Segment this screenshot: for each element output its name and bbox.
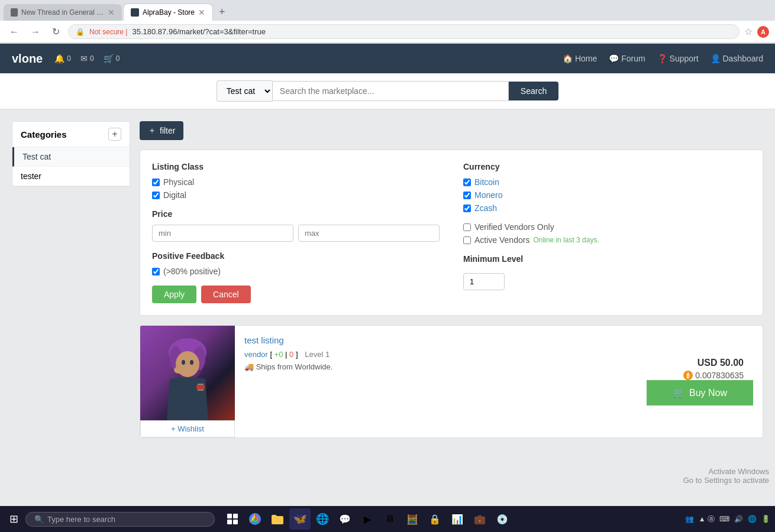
sidebar-item-testcat[interactable]: Test cat [12, 147, 130, 167]
currency-section: Currency Bitcoin Monero Zcash [463, 162, 751, 213]
vendor-level: Level 1 [305, 350, 330, 359]
sidebar-item-label-tester: tester [21, 171, 41, 181]
physical-checkbox[interactable]: Physical [152, 177, 440, 187]
filter-toggle-button[interactable]: ＋ filter [140, 121, 183, 140]
price-btc-value: 0.007830635 [695, 371, 744, 380]
monero-checkbox-input[interactable] [463, 192, 471, 199]
feedback-checkbox-input[interactable] [152, 268, 160, 275]
add-category-button[interactable]: + [108, 128, 121, 141]
digital-checkbox[interactable]: Digital [152, 190, 440, 200]
cancel-button[interactable]: Cancel [201, 286, 251, 303]
nav-support-link[interactable]: ❓ Support [657, 54, 699, 63]
verified-vendors-input[interactable] [463, 223, 471, 231]
reload-button[interactable]: ↻ [49, 25, 63, 38]
svg-point-8 [174, 366, 183, 374]
bitcoin-label: Bitcoin [474, 177, 499, 187]
search-bar: Test cat Search [0, 73, 775, 109]
message-count: 0 [90, 54, 94, 63]
search-input[interactable] [272, 81, 509, 101]
verified-vendors-label: Verified Vendors Only [474, 222, 554, 232]
tab-close-2[interactable]: ✕ [198, 8, 205, 17]
truck-icon: 🚚 [244, 362, 256, 371]
listing-title[interactable]: test listing [244, 335, 628, 345]
mail-icon: ✉ [80, 54, 88, 63]
cart-icon[interactable]: 🛒 0 [104, 54, 120, 63]
nav-right: 🏠 Home 💬 Forum ❓ Support 👤 Dashboard [563, 54, 763, 63]
sidebar-item-tester[interactable]: tester [12, 167, 130, 186]
active-vendors-online-text: Online in last 3 days. [533, 236, 599, 244]
top-nav: vlone 🔔 0 ✉ 0 🛒 0 🏠 Home 💬 Forum ❓ Suppo… [0, 44, 775, 73]
ships-from-text: Ships from Worldwide. [256, 362, 333, 371]
url-text: 35.180.87.96/market/?cat=3&filter=true [132, 27, 732, 36]
vendor-positive-feedback: +0 [275, 350, 283, 359]
buy-now-label: Buy Now [689, 388, 727, 398]
bitcoin-icon: ₿ [683, 371, 693, 380]
zcash-checkbox[interactable]: Zcash [463, 203, 751, 213]
sidebar: Categories + Test cat tester [12, 121, 130, 452]
back-button[interactable]: ← [6, 25, 22, 38]
security-icon: 🔒 [76, 28, 85, 36]
vendor-separator: | [285, 350, 287, 359]
bookmark-button[interactable]: ☆ [744, 26, 753, 37]
nav-dashboard-link[interactable]: 👤 Dashboard [711, 54, 763, 63]
price-section: Price [152, 209, 440, 242]
vendor-bracket-open: [ [270, 350, 272, 359]
new-tab-button[interactable]: + [214, 4, 230, 21]
price-max-input[interactable] [298, 225, 440, 242]
vendor-name[interactable]: vendor [244, 350, 268, 359]
filter-col-right: Currency Bitcoin Monero Zcash [463, 162, 751, 303]
apply-button[interactable]: Apply [152, 286, 196, 303]
cart-icon-btn: 🛒 [673, 387, 684, 398]
monero-checkbox[interactable]: Monero [463, 190, 751, 200]
tab-1[interactable]: New Thread in General Sellers M ✕ [4, 4, 122, 21]
tab-favicon-2 [131, 8, 139, 17]
price-btc: ₿ 0.007830635 [683, 371, 744, 380]
active-vendors-input[interactable] [463, 236, 471, 244]
vendor-bracket-close: ] [296, 350, 298, 359]
listing-image-wrap: + Wishlist [140, 326, 235, 437]
plus-icon: ＋ [148, 125, 156, 136]
currency-title: Currency [463, 162, 751, 171]
wishlist-button[interactable]: + Wishlist [140, 420, 235, 437]
sidebar-item-label-testcat: Test cat [22, 152, 51, 161]
feedback-section: Positive Feedback (>80% positive) [152, 251, 440, 276]
url-bar[interactable]: 🔒 Not secure | 35.180.87.96/market/?cat=… [68, 24, 740, 39]
nav-home-link[interactable]: 🏠 Home [563, 54, 597, 63]
svg-rect-10 [198, 384, 204, 385]
bitcoin-checkbox[interactable]: Bitcoin [463, 177, 751, 187]
search-button[interactable]: Search [509, 82, 558, 100]
tab-label-1: New Thread in General Sellers M [21, 8, 104, 17]
tab-label-2: AlpraBay - Store [143, 8, 195, 17]
main-content: Categories + Test cat tester ＋ filter Li… [0, 109, 775, 464]
zcash-label: Zcash [474, 203, 497, 213]
buy-now-button[interactable]: 🛒 Buy Now [647, 380, 753, 406]
listing-vendor: vendor [ +0 | 0 ] Level 1 [244, 350, 628, 359]
physical-label: Physical [163, 177, 194, 187]
tab-close-1[interactable]: ✕ [108, 8, 115, 17]
digital-label: Digital [163, 190, 186, 200]
active-vendors-checkbox[interactable]: Active Vendors Online in last 3 days. [463, 235, 751, 245]
messages-icon[interactable]: ✉ 0 [80, 54, 94, 63]
category-select[interactable]: Test cat [217, 80, 272, 102]
zcash-checkbox-input[interactable] [463, 205, 471, 212]
nav-forum-link[interactable]: 💬 Forum [609, 54, 645, 63]
action-buttons: Apply Cancel [152, 286, 440, 303]
digital-checkbox-input[interactable] [152, 192, 160, 199]
notifications-icon[interactable]: 🔔 0 [54, 54, 71, 63]
filter-panel: Listing Class Physical Digital Price [140, 150, 763, 316]
forward-button[interactable]: → [27, 25, 44, 38]
verified-vendors-checkbox[interactable]: Verified Vendors Only [463, 222, 751, 232]
verified-vendors-section: Verified Vendors Only Active Vendors Onl… [463, 222, 751, 245]
tab-2[interactable]: AlpraBay - Store ✕ [123, 4, 213, 21]
price-min-input[interactable] [152, 225, 293, 242]
price-usd: USD 50.00 [683, 358, 744, 368]
min-level-input[interactable] [463, 273, 505, 290]
shopping-cart-icon: 🛒 [104, 54, 114, 63]
bitcoin-checkbox-input[interactable] [463, 179, 471, 186]
listing-image [140, 326, 235, 420]
feedback-checkbox[interactable]: (>80% positive) [152, 267, 440, 276]
physical-checkbox-input[interactable] [152, 179, 160, 186]
listing-thumbnail [140, 326, 235, 420]
notification-count: 0 [67, 54, 71, 63]
listing-class-section: Listing Class Physical Digital [152, 162, 440, 200]
